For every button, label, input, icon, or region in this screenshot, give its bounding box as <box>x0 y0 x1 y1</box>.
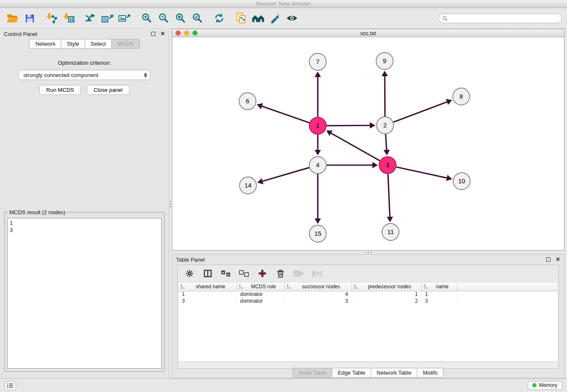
table-toolbar: f(x) <box>178 265 559 282</box>
mcds-result-list[interactable]: 13 <box>7 218 162 369</box>
graph-node-10[interactable]: 10 <box>453 173 470 190</box>
network-window-titlebar[interactable]: × – + scc.txt <box>172 29 564 37</box>
tab-motifs[interactable]: Motifs <box>417 368 443 378</box>
open-recent-session-button[interactable] <box>233 10 250 27</box>
graph-node-15[interactable]: 15 <box>309 225 326 242</box>
graph-edge-3-1[interactable] <box>326 130 380 161</box>
close-panel-icon[interactable]: ✕ <box>160 32 165 36</box>
float-table-panel-icon[interactable] <box>546 257 550 262</box>
graph-node-14[interactable]: 14 <box>239 177 256 194</box>
column-header-predecessor-nodes[interactable]: predecessor nodes <box>352 283 421 291</box>
optimization-select[interactable]: strongly connected component <box>19 70 150 80</box>
vertical-splitter[interactable] <box>169 198 172 210</box>
close-panel-button[interactable]: Close panel <box>87 85 129 95</box>
tab-network-table[interactable]: Network Table <box>371 368 417 378</box>
graph-node-2[interactable]: 2 <box>377 117 394 134</box>
tab-network[interactable]: Network <box>29 39 61 49</box>
table-cell[interactable]: 3 <box>179 298 237 304</box>
graph-edge-2-9[interactable] <box>382 71 388 116</box>
network-canvas[interactable]: 7968124314101511 <box>172 37 564 250</box>
annotation-button[interactable] <box>267 10 284 27</box>
table-cell[interactable]: dominator <box>237 291 284 298</box>
function-builder-icon: f(x) <box>312 269 322 278</box>
graph-edge-2-3[interactable] <box>383 134 390 155</box>
control-panel-title: Control Panel <box>4 31 37 37</box>
column-header-name[interactable]: name <box>421 283 457 291</box>
tab-style[interactable]: Style <box>61 39 85 49</box>
column-header-MCDS-role[interactable]: MCDS role <box>237 283 284 291</box>
graph-edge-4-15[interactable] <box>315 174 321 224</box>
zoom-fit-button[interactable] <box>172 10 189 27</box>
table-cell[interactable]: 2 <box>352 298 421 304</box>
task-console-button[interactable] <box>4 381 16 390</box>
table-cell[interactable]: 1 <box>352 291 421 298</box>
search-input[interactable] <box>450 16 558 22</box>
export-table-button[interactable] <box>99 10 116 27</box>
delete-columns-button[interactable] <box>293 268 305 279</box>
zoom-out-button[interactable] <box>155 10 172 27</box>
show-hide-graphics-button[interactable] <box>284 10 300 27</box>
graph-edge-4-3[interactable] <box>327 162 378 168</box>
graph-node-8[interactable]: 8 <box>453 88 470 105</box>
open-file-button[interactable] <box>4 10 21 27</box>
table-row[interactable]: 3dominator323 <box>179 298 558 304</box>
table-cell[interactable]: 1 <box>179 291 237 298</box>
graph-node-7[interactable]: 7 <box>309 53 326 70</box>
zoom-selected-button[interactable] <box>189 10 206 27</box>
graph-edge-1-7[interactable] <box>315 72 321 117</box>
memory-button[interactable]: Memory <box>528 381 563 390</box>
window-titlebar[interactable]: Session: New Session <box>0 0 567 8</box>
table-horizontal-scrollbar[interactable] <box>179 362 558 368</box>
graph-edge-1-2[interactable] <box>327 122 375 129</box>
graph-node-1[interactable]: 1 <box>309 117 326 134</box>
table-cell[interactable]: 3 <box>284 298 352 304</box>
run-mcds-button[interactable]: Run MCDS <box>39 85 81 95</box>
table-row[interactable]: 1dominator411 <box>179 291 558 298</box>
graph-edge-1-6[interactable] <box>257 103 309 123</box>
network-from-selection-button[interactable] <box>82 10 99 27</box>
graph-node-11[interactable]: 11 <box>382 224 399 240</box>
graph-edge-3-10[interactable] <box>396 167 452 181</box>
column-header-successor-nodes[interactable]: successor nodes <box>284 283 352 291</box>
zoom-window-icon[interactable]: + <box>193 30 198 36</box>
close-window-icon[interactable]: × <box>176 30 181 36</box>
select-all-icon <box>221 270 231 277</box>
graph-edge-1-4[interactable] <box>315 135 321 155</box>
refresh-button[interactable] <box>211 10 228 27</box>
close-table-panel-icon[interactable]: ✕ <box>556 257 560 262</box>
tab-node-table[interactable]: Node Table <box>293 368 333 378</box>
graph-edge-3-11[interactable] <box>387 174 393 222</box>
toolbar-search[interactable] <box>438 14 562 23</box>
tab-mcds[interactable]: MCDS <box>111 39 139 49</box>
split-panel-button[interactable] <box>202 268 214 279</box>
graph-node-6[interactable]: 6 <box>239 93 256 110</box>
table-cell[interactable]: 1 <box>421 291 457 298</box>
save-session-button[interactable] <box>21 10 38 27</box>
graph-node-4[interactable]: 4 <box>309 157 326 174</box>
deselect-all-button[interactable] <box>238 268 250 279</box>
delete-row-button[interactable] <box>275 268 286 279</box>
table-settings-button[interactable] <box>184 268 195 279</box>
function-builder-button[interactable]: f(x) <box>311 268 323 279</box>
float-panel-icon[interactable] <box>151 32 155 36</box>
graph-edge-2-8[interactable] <box>394 99 452 122</box>
minimize-window-icon[interactable]: – <box>184 30 189 36</box>
table-cell[interactable]: 4 <box>284 291 352 298</box>
table-cell[interactable]: 3 <box>421 298 457 304</box>
export-image-button[interactable] <box>116 10 133 27</box>
horizontal-splitter[interactable] <box>172 251 564 254</box>
network-window: × – + scc.txt 7968124314101511 <box>172 29 564 251</box>
column-header-shared-name[interactable]: shared name <box>179 283 237 291</box>
tab-select[interactable]: Select <box>85 39 112 49</box>
add-row-button[interactable] <box>256 268 268 279</box>
import-network-button[interactable] <box>43 10 60 27</box>
graph-edge-4-14[interactable] <box>257 168 309 184</box>
import-table-button[interactable] <box>60 10 77 27</box>
graph-node-3[interactable]: 3 <box>379 157 396 174</box>
graph-node-9[interactable]: 9 <box>376 52 393 69</box>
first-neighbors-button[interactable] <box>250 10 267 27</box>
select-all-button[interactable] <box>220 268 232 279</box>
zoom-in-button[interactable] <box>138 10 155 27</box>
table-cell[interactable]: dominator <box>237 298 284 304</box>
tab-edge-table[interactable]: Edge Table <box>332 368 371 378</box>
